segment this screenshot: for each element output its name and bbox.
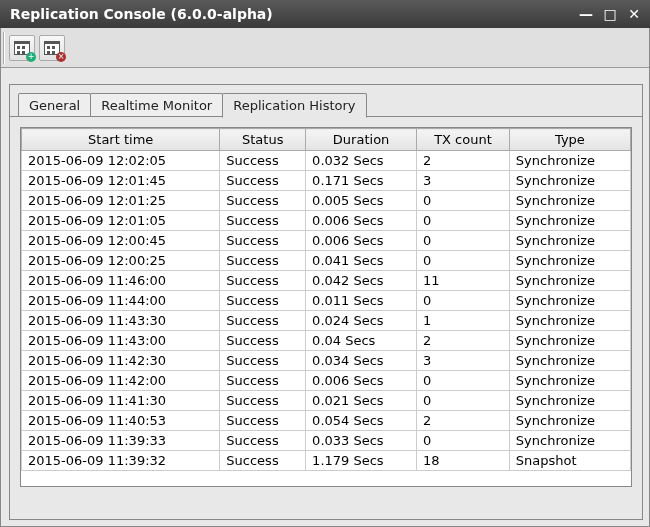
table-row[interactable]: 2015-06-09 12:00:25Success0.041 Secs0Syn…: [22, 251, 631, 271]
content-pane: General Realtime Monitor Replication His…: [9, 84, 643, 520]
toolbar: + ×: [1, 28, 649, 68]
cell-status: Success: [220, 411, 306, 431]
col-type[interactable]: Type: [509, 129, 630, 151]
close-button[interactable]: ✕: [624, 4, 644, 24]
cell-duration: 0.005 Secs: [306, 191, 417, 211]
cell-tx: 18: [417, 451, 510, 471]
table-row[interactable]: 2015-06-09 11:46:00Success0.042 Secs11Sy…: [22, 271, 631, 291]
col-duration[interactable]: Duration: [306, 129, 417, 151]
cell-duration: 0.024 Secs: [306, 311, 417, 331]
cell-type: Synchronize: [509, 151, 630, 171]
cell-type: Synchronize: [509, 351, 630, 371]
table-row[interactable]: 2015-06-09 11:42:00Success0.006 Secs0Syn…: [22, 371, 631, 391]
cell-status: Success: [220, 231, 306, 251]
history-grid[interactable]: Start time Status Duration TX count Type…: [20, 127, 632, 487]
cell-type: Synchronize: [509, 331, 630, 351]
tab-realtime-label: Realtime Monitor: [101, 98, 212, 113]
cell-start: 2015-06-09 12:01:25: [22, 191, 220, 211]
cell-status: Success: [220, 151, 306, 171]
tab-row: General Realtime Monitor Replication His…: [10, 91, 642, 117]
cell-tx: 0: [417, 291, 510, 311]
cell-tx: 0: [417, 431, 510, 451]
col-tx[interactable]: TX count: [417, 129, 510, 151]
cell-status: Success: [220, 331, 306, 351]
table-row[interactable]: 2015-06-09 11:42:30Success0.034 Secs3Syn…: [22, 351, 631, 371]
cell-tx: 0: [417, 391, 510, 411]
col-status[interactable]: Status: [220, 129, 306, 151]
remove-badge-icon: ×: [56, 52, 66, 62]
cell-tx: 2: [417, 331, 510, 351]
cell-status: Success: [220, 371, 306, 391]
col-start[interactable]: Start time: [22, 129, 220, 151]
cell-duration: 0.006 Secs: [306, 231, 417, 251]
cell-start: 2015-06-09 11:41:30: [22, 391, 220, 411]
cell-type: Synchronize: [509, 431, 630, 451]
cell-status: Success: [220, 391, 306, 411]
cell-status: Success: [220, 431, 306, 451]
toolbar-schedule-remove-button[interactable]: ×: [39, 35, 65, 61]
window-body: + × General Realtime Monitor Replication…: [0, 28, 650, 527]
tab-general-label: General: [29, 98, 80, 113]
tab-realtime[interactable]: Realtime Monitor: [90, 93, 223, 117]
toolbar-schedule-add-button[interactable]: +: [9, 35, 35, 61]
cell-duration: 0.021 Secs: [306, 391, 417, 411]
cell-tx: 0: [417, 231, 510, 251]
tab-history[interactable]: Replication History: [222, 93, 366, 118]
table-row[interactable]: 2015-06-09 12:01:25Success0.005 Secs0Syn…: [22, 191, 631, 211]
history-table: Start time Status Duration TX count Type…: [21, 128, 631, 471]
cell-tx: 0: [417, 191, 510, 211]
tab-general[interactable]: General: [18, 93, 91, 117]
cell-tx: 2: [417, 411, 510, 431]
cell-start: 2015-06-09 11:43:00: [22, 331, 220, 351]
cell-tx: 1: [417, 311, 510, 331]
cell-start: 2015-06-09 12:01:05: [22, 211, 220, 231]
window-title: Replication Console (6.0.0-alpha): [10, 6, 572, 22]
cell-duration: 0.032 Secs: [306, 151, 417, 171]
table-row[interactable]: 2015-06-09 11:43:00Success0.04 Secs2Sync…: [22, 331, 631, 351]
table-row[interactable]: 2015-06-09 12:01:05Success0.006 Secs0Syn…: [22, 211, 631, 231]
cell-duration: 0.011 Secs: [306, 291, 417, 311]
table-row[interactable]: 2015-06-09 12:01:45Success0.171 Secs3Syn…: [22, 171, 631, 191]
cell-start: 2015-06-09 11:42:30: [22, 351, 220, 371]
table-row[interactable]: 2015-06-09 12:00:45Success0.006 Secs0Syn…: [22, 231, 631, 251]
cell-type: Synchronize: [509, 291, 630, 311]
table-row[interactable]: 2015-06-09 11:44:00Success0.011 Secs0Syn…: [22, 291, 631, 311]
minimize-button[interactable]: —: [576, 4, 596, 24]
cell-start: 2015-06-09 12:02:05: [22, 151, 220, 171]
cell-duration: 0.034 Secs: [306, 351, 417, 371]
cell-type: Synchronize: [509, 411, 630, 431]
cell-type: Synchronize: [509, 211, 630, 231]
cell-tx: 3: [417, 351, 510, 371]
cell-duration: 0.042 Secs: [306, 271, 417, 291]
cell-tx: 11: [417, 271, 510, 291]
cell-duration: 1.179 Secs: [306, 451, 417, 471]
plus-badge-icon: +: [26, 52, 36, 62]
cell-duration: 0.006 Secs: [306, 211, 417, 231]
tab-panel-history: Start time Status Duration TX count Type…: [10, 117, 642, 497]
cell-start: 2015-06-09 11:39:33: [22, 431, 220, 451]
table-header-row: Start time Status Duration TX count Type: [22, 129, 631, 151]
table-row[interactable]: 2015-06-09 11:39:33Success0.033 Secs0Syn…: [22, 431, 631, 451]
cell-type: Snapshot: [509, 451, 630, 471]
tab-history-label: Replication History: [233, 98, 355, 113]
cell-type: Synchronize: [509, 371, 630, 391]
cell-start: 2015-06-09 11:42:00: [22, 371, 220, 391]
cell-duration: 0.006 Secs: [306, 371, 417, 391]
cell-duration: 0.04 Secs: [306, 331, 417, 351]
table-row[interactable]: 2015-06-09 11:40:53Success0.054 Secs2Syn…: [22, 411, 631, 431]
cell-start: 2015-06-09 12:00:45: [22, 231, 220, 251]
cell-type: Synchronize: [509, 391, 630, 411]
cell-type: Synchronize: [509, 191, 630, 211]
maximize-button[interactable]: □: [600, 4, 620, 24]
cell-type: Synchronize: [509, 251, 630, 271]
cell-duration: 0.041 Secs: [306, 251, 417, 271]
table-row[interactable]: 2015-06-09 11:39:32Success1.179 Secs18Sn…: [22, 451, 631, 471]
cell-type: Synchronize: [509, 171, 630, 191]
toolbar-separator: [3, 32, 5, 64]
table-row[interactable]: 2015-06-09 11:41:30Success0.021 Secs0Syn…: [22, 391, 631, 411]
table-row[interactable]: 2015-06-09 11:43:30Success0.024 Secs1Syn…: [22, 311, 631, 331]
table-row[interactable]: 2015-06-09 12:02:05Success0.032 Secs2Syn…: [22, 151, 631, 171]
cell-start: 2015-06-09 11:44:00: [22, 291, 220, 311]
cell-status: Success: [220, 351, 306, 371]
cell-duration: 0.171 Secs: [306, 171, 417, 191]
